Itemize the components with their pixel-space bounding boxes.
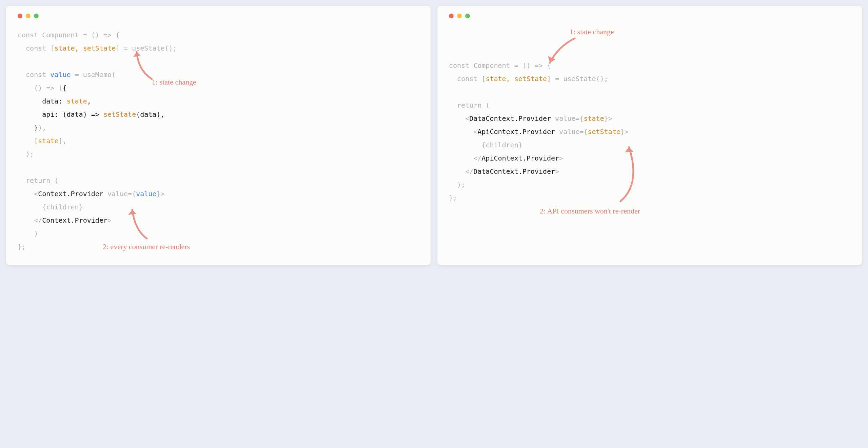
maximize-icon[interactable]: [34, 14, 39, 18]
minimize-icon[interactable]: [457, 14, 462, 18]
code-panel-left: const Component = () => { const [state, …: [6, 6, 431, 265]
close-icon[interactable]: [18, 14, 22, 18]
window-controls: [449, 14, 852, 18]
annotation-api-consumers: 2: API consumers won't re-render: [540, 206, 640, 216]
window-controls: [18, 14, 421, 18]
close-icon[interactable]: [449, 14, 454, 18]
code-panel-right: const Component = () => { const [state, …: [437, 6, 862, 265]
code-block-left: const Component = () => { const [state, …: [18, 29, 421, 254]
minimize-icon[interactable]: [26, 14, 31, 18]
maximize-icon[interactable]: [465, 14, 470, 18]
code-block-right: const Component = () => { const [state, …: [449, 59, 852, 205]
